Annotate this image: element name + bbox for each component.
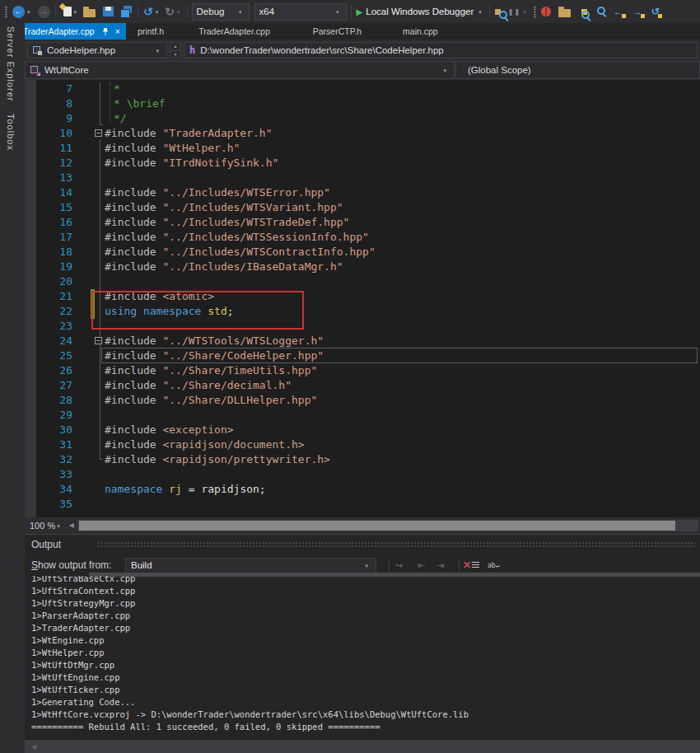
previous-message-button[interactable]: ⇤: [418, 558, 425, 573]
project-scope-dropdown[interactable]: WtUftCore ▾: [25, 61, 455, 79]
attach-to-process-button[interactable]: [495, 9, 501, 15]
code-text[interactable]: #include "../Includes/IBaseDataMgr.h": [105, 260, 343, 274]
code-text[interactable]: #include "../Includes/WTSTradeDef.hpp": [105, 215, 349, 230]
break-all-button[interactable]: ❚❚: [508, 8, 520, 16]
code-text[interactable]: #include "../Share/CodeHelper.hpp": [105, 348, 324, 363]
code-line-34[interactable]: 34namespace rj = rapidjson;: [25, 482, 700, 497]
sidebar-tab-server-explorer[interactable]: Server Explorer: [6, 26, 16, 101]
pin-icon[interactable]: [101, 27, 110, 36]
save-all-button[interactable]: [120, 6, 133, 17]
code-text[interactable]: #include "TraderAdapter.h": [105, 126, 273, 141]
next-message-button[interactable]: ⇥: [436, 558, 444, 573]
code-line-9[interactable]: 9*/: [25, 111, 700, 126]
code-text[interactable]: #include <rapidjson/document.h>: [105, 437, 305, 452]
code-line-8[interactable]: 8* \brief: [25, 96, 700, 111]
find-in-files-button[interactable]: [578, 9, 591, 15]
code-line-33[interactable]: 33: [25, 467, 700, 482]
code-line-13[interactable]: 13: [25, 171, 700, 185]
code-text[interactable]: #include <rapidjson/prettywriter.h>: [105, 452, 330, 467]
code-text[interactable]: namespace rj = rapidjson;: [105, 482, 266, 497]
code-text[interactable]: #include "../Includes/WTSSessionInfo.hpp…: [105, 230, 369, 245]
fold-collapse-icon[interactable]: −: [95, 129, 102, 137]
scroll-left-button[interactable]: ◀: [69, 522, 74, 529]
navigate-backward-button[interactable]: ←: [12, 6, 25, 18]
code-text[interactable]: */: [114, 111, 127, 126]
member-list-button[interactable]: ↺: [651, 7, 660, 16]
output-log[interactable]: 1>UftStraBaseCtx.cpp1>UftStraContext.cpp…: [25, 576, 700, 740]
tab-parserctp[interactable]: ParserCTP.h: [293, 23, 381, 40]
solution-platform-combo[interactable]: x64 ▾: [254, 3, 347, 21]
navigate-forward-button[interactable]: →: [38, 6, 50, 18]
code-line-32[interactable]: 32#include <rapidjson/prettywriter.h>: [25, 452, 700, 467]
debug-target-button[interactable]: [541, 7, 551, 16]
close-icon[interactable]: ×: [115, 27, 120, 36]
scrollbar-thumb[interactable]: [79, 521, 675, 531]
redo-button[interactable]: ↻: [165, 6, 175, 17]
code-line-24[interactable]: 24−#include "../WTSTools/WTSLogger.h": [25, 334, 700, 348]
output-horizontal-scrollbar[interactable]: ◀: [25, 740, 700, 753]
code-line-28[interactable]: 28#include "../Share/DLLHelper.hpp": [25, 393, 700, 408]
code-line-30[interactable]: 30#include <exception>: [25, 423, 700, 437]
find-message-button[interactable]: ↪: [395, 558, 403, 573]
start-debugging-caret[interactable]: ▾: [478, 9, 482, 15]
code-line-29[interactable]: 29: [25, 408, 700, 423]
file-dropdown[interactable]: CodeHelper.hpp ▾: [27, 42, 167, 58]
undo-button[interactable]: ↺: [143, 6, 153, 17]
open-containing-folder-button[interactable]: [558, 7, 571, 17]
navigate-forward-code-button[interactable]: →: [632, 7, 642, 16]
code-line-35[interactable]: 35: [25, 497, 700, 512]
new-file-caret[interactable]: ▾: [74, 9, 77, 15]
code-line-10[interactable]: 10−#include "TraderAdapter.h": [25, 126, 700, 141]
spin-up-icon[interactable]: ▲: [170, 43, 180, 51]
spin-down-icon[interactable]: ▼: [170, 51, 180, 58]
global-scope-dropdown[interactable]: (Global Scope): [455, 61, 700, 79]
zoom-level-combo[interactable]: 100 % ▾: [25, 517, 66, 534]
horizontal-scrollbar[interactable]: [77, 520, 698, 531]
code-text[interactable]: #include "ITrdNotifySink.h": [105, 156, 278, 171]
code-line-12[interactable]: 12#include "ITrdNotifySink.h": [25, 156, 700, 171]
code-text[interactable]: #include "../Includes/WTSError.hpp": [105, 185, 330, 200]
code-text[interactable]: #include "../Share/TimeUtils.hpp": [105, 363, 317, 378]
code-line-18[interactable]: 18#include "../Includes/WTSContractInfo.…: [25, 245, 700, 260]
output-source-combo[interactable]: Build ▾: [125, 558, 376, 573]
code-text[interactable]: #include "../WTSTools/WTSLogger.h": [105, 334, 324, 348]
tab-traderadapter2[interactable]: TraderAdapter.cpp: [175, 23, 293, 40]
code-text[interactable]: * \brief: [114, 96, 166, 111]
code-line-26[interactable]: 26#include "../Share/TimeUtils.hpp": [25, 363, 700, 378]
code-text[interactable]: #include "WtHelper.h": [105, 141, 240, 156]
sidebar-tab-toolbox[interactable]: Toolbox: [6, 114, 16, 151]
code-line-20[interactable]: 20: [25, 274, 700, 289]
code-text[interactable]: #include "../Includes/WTSVariant.hpp": [105, 200, 343, 215]
code-line-17[interactable]: 17#include "../Includes/WTSSessionInfo.h…: [25, 230, 700, 245]
scroll-left-button[interactable]: ◀: [31, 744, 36, 751]
break-all-caret[interactable]: ▾: [523, 9, 526, 15]
redo-caret[interactable]: ▾: [177, 9, 180, 15]
code-line-16[interactable]: 16#include "../Includes/WTSTradeDef.hpp": [25, 215, 700, 230]
undo-caret[interactable]: ▾: [156, 9, 159, 15]
code-line-19[interactable]: 19#include "../Includes/IBaseDataMgr.h": [25, 260, 700, 274]
code-line-14[interactable]: 14#include "../Includes/WTSError.hpp": [25, 185, 700, 200]
code-line-31[interactable]: 31#include <rapidjson/document.h>: [25, 437, 700, 452]
code-line-11[interactable]: 11#include "WtHelper.h": [25, 141, 700, 156]
code-line-15[interactable]: 15#include "../Includes/WTSVariant.hpp": [25, 200, 700, 215]
toggle-word-wrap-button[interactable]: ab↵: [488, 558, 499, 573]
code-editor[interactable]: 7*8* \brief9*/10−#include "TraderAdapter…: [25, 80, 700, 517]
open-file-button[interactable]: [83, 7, 96, 17]
navigate-back-code-button[interactable]: ←: [614, 7, 623, 16]
fold-collapse-icon[interactable]: −: [95, 337, 102, 344]
tab-printfh[interactable]: printf.h: [126, 23, 175, 40]
save-button[interactable]: [103, 7, 114, 16]
toolbar-grip[interactable]: [5, 6, 7, 18]
code-text[interactable]: *: [114, 82, 120, 96]
new-file-button[interactable]: [63, 7, 72, 16]
output-title-bar[interactable]: Output: [25, 535, 700, 554]
code-line-27[interactable]: 27#include "../Share/decimal.h": [25, 378, 700, 393]
solution-configuration-combo[interactable]: Debug ▾: [192, 3, 250, 21]
tab-maincpp[interactable]: main.cpp: [381, 23, 460, 40]
quick-find-button[interactable]: [597, 7, 608, 17]
clear-all-button[interactable]: ✕: [463, 558, 479, 573]
navigate-backward-caret[interactable]: ▾: [27, 9, 30, 15]
tab-traderadapter-active[interactable]: TraderAdapter.cpp ×: [17, 23, 126, 40]
toolbar-grip[interactable]: [534, 6, 536, 18]
file-spinner[interactable]: ▲ ▼: [170, 42, 181, 58]
